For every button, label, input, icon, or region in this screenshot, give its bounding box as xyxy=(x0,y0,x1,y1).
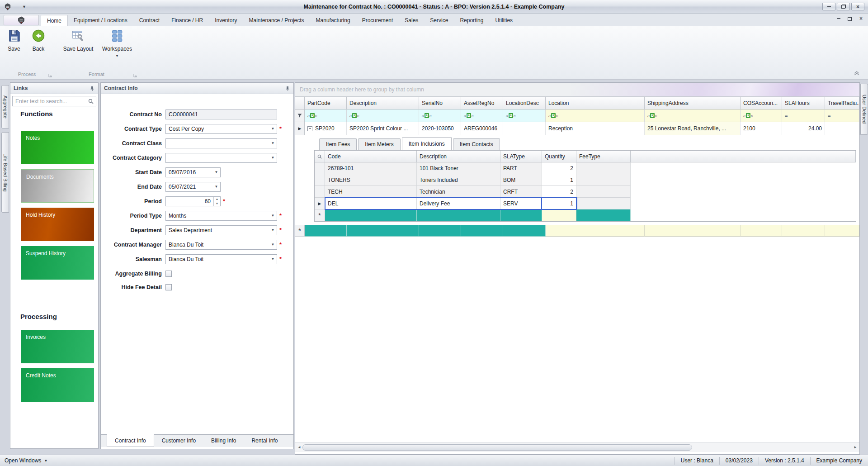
ribbon-tab-sales[interactable]: Sales xyxy=(399,15,424,26)
cell-slahours[interactable]: 24.00 xyxy=(782,122,825,135)
contract-manager-dropdown[interactable]: Bianca Du Toit▼ xyxy=(165,240,277,250)
chevron-down-icon[interactable]: ▼ xyxy=(269,124,277,133)
ribbon-tab-service[interactable]: Service xyxy=(424,15,454,26)
department-dropdown[interactable]: Sales Department▼ xyxy=(165,225,277,235)
back-button[interactable]: Back xyxy=(27,29,50,52)
dock-tab-user-defined[interactable]: User Defined xyxy=(860,84,868,135)
filter-cell-shippingaddress[interactable]: aBc xyxy=(645,109,741,122)
grid-data-row[interactable]: ▶ SP2020 SP2020 Sprint Colour ... 2020-1… xyxy=(295,122,859,135)
column-header-slatype[interactable]: SLAType xyxy=(500,151,542,162)
ribbon-tab-manufacturing[interactable]: Manufacturing xyxy=(310,15,356,26)
column-header-quantity[interactable]: Quantity xyxy=(542,151,576,162)
save-button[interactable]: Save xyxy=(4,29,24,52)
subgrid-row[interactable]: TONERS Toners Included BOM 1 xyxy=(315,174,856,186)
subgrid-append-row[interactable]: * xyxy=(315,209,856,221)
open-windows-button[interactable]: Open Windows ▼ xyxy=(5,457,47,464)
tab-item-contacts[interactable]: Item Contacts xyxy=(453,138,500,150)
quick-access-dropdown-icon[interactable]: ▼ xyxy=(22,5,26,9)
close-icon[interactable]: × xyxy=(859,16,863,21)
filter-cell-partcode[interactable]: aBc xyxy=(305,109,347,122)
column-header-travelradius[interactable]: TravelRadiu... xyxy=(825,97,859,109)
chevron-down-icon[interactable]: ▼ xyxy=(269,139,277,148)
ribbon-tab-inventory[interactable]: Inventory xyxy=(209,15,243,26)
dock-tab-life-based-billing[interactable]: Life Based Billing xyxy=(1,132,9,213)
subgrid-row[interactable]: 26789-101 101 Black Toner PART 2 xyxy=(315,162,856,174)
chevron-down-icon[interactable]: ▼ xyxy=(212,168,220,177)
contract-no-input[interactable]: CO0000041 xyxy=(165,109,277,119)
column-header-locationdesc[interactable]: LocationDesc xyxy=(503,97,546,109)
grid-append-row[interactable]: * xyxy=(295,225,859,237)
tab-item-fees[interactable]: Item Fees xyxy=(319,138,357,150)
tab-billing-info[interactable]: Billing Info xyxy=(203,435,244,447)
aggregate-billing-checkbox[interactable] xyxy=(165,271,172,277)
pin-icon[interactable] xyxy=(285,86,290,91)
cell-shippingaddress[interactable]: 25 Lonestar Road, Ranchville, ... xyxy=(645,122,741,135)
pin-icon[interactable] xyxy=(90,86,95,91)
column-header-description[interactable]: Description xyxy=(347,97,419,109)
ribbon-tab-utilities[interactable]: Utilities xyxy=(489,15,519,26)
search-input[interactable] xyxy=(13,98,96,105)
filter-cell-travelradius[interactable]: = xyxy=(825,109,859,122)
minimize-button[interactable] xyxy=(822,3,835,10)
period-stepper[interactable]: 60 ▲▼ xyxy=(165,196,221,206)
column-header-assetregno[interactable]: AssetRegNo xyxy=(461,97,503,109)
tab-item-meters[interactable]: Item Meters xyxy=(358,138,400,150)
tab-customer-info[interactable]: Customer Info xyxy=(154,435,203,447)
column-header-partcode[interactable]: PartCode xyxy=(305,97,347,109)
column-header-serialno[interactable]: SerialNo xyxy=(419,97,461,109)
chevron-down-icon[interactable]: ▼ xyxy=(269,255,277,264)
hide-fee-detail-checkbox[interactable] xyxy=(165,284,172,290)
spin-down-icon[interactable]: ▼ xyxy=(214,201,220,206)
minimize-icon[interactable] xyxy=(837,18,840,19)
quantity-cell-focused[interactable]: 1 xyxy=(542,198,576,209)
chevron-down-icon[interactable]: ▼ xyxy=(269,153,277,162)
hold-history-button[interactable]: Hold History xyxy=(21,208,94,241)
cell-cosaccount[interactable]: 2100 xyxy=(741,122,782,135)
notes-button[interactable]: Notes xyxy=(21,131,94,164)
restore-button[interactable] xyxy=(837,3,850,10)
subgrid-row-selected[interactable]: ▶ DEL Delivery Fee SERV 1 xyxy=(315,198,856,209)
cell-description[interactable]: SP2020 Sprint Colour ... xyxy=(347,122,419,135)
ribbon-tab-finance-hr[interactable]: Finance / HR xyxy=(165,15,209,26)
chevron-down-icon[interactable]: ▼ xyxy=(212,182,220,191)
chevron-down-icon[interactable]: ▼ xyxy=(269,226,277,235)
ribbon-tab-contract[interactable]: Contract xyxy=(133,15,165,26)
filter-cell-slahours[interactable]: = xyxy=(782,109,825,122)
spinner-buttons[interactable]: ▲▼ xyxy=(213,197,220,206)
subgrid-search-icon[interactable] xyxy=(315,151,325,162)
period-type-dropdown[interactable]: Months▼ xyxy=(165,211,277,221)
group-by-panel[interactable]: Drag a column header here to group by th… xyxy=(295,83,859,97)
filter-cell-location[interactable]: aBc xyxy=(546,109,645,122)
documents-button[interactable]: Documents xyxy=(21,169,94,203)
dock-tab-aggregate[interactable]: Aggregate xyxy=(1,85,9,128)
salesman-dropdown[interactable]: Bianca Du Toit▼ xyxy=(165,254,277,264)
scrollbar-thumb[interactable] xyxy=(302,444,692,451)
close-button[interactable]: × xyxy=(851,3,864,10)
tab-rental-info[interactable]: Rental Info xyxy=(244,435,285,447)
filter-cell-locationdesc[interactable]: aBc xyxy=(503,109,546,122)
scroll-left-icon[interactable]: ◄ xyxy=(297,445,301,449)
end-date-picker[interactable]: 05/07/2021▼ xyxy=(165,182,221,192)
filter-cell-cosaccount[interactable]: aBc xyxy=(741,109,782,122)
ribbon-tab-procurement[interactable]: Procurement xyxy=(356,15,399,26)
ribbon-tab-reporting[interactable]: Reporting xyxy=(454,15,489,26)
start-date-picker[interactable]: 05/07/2016▼ xyxy=(165,167,221,177)
dialog-launcher-icon[interactable] xyxy=(48,74,52,77)
column-header-cosaccount[interactable]: COSAccoun... xyxy=(741,97,782,109)
contract-class-dropdown[interactable]: ▼ xyxy=(165,138,277,148)
ribbon-tab-maintenance-projects[interactable]: Maintenance / Projects xyxy=(243,15,310,26)
column-header-code[interactable]: Code xyxy=(325,151,417,162)
cell-partcode[interactable]: SP2020 xyxy=(305,122,347,135)
tab-item-inclusions[interactable]: Item Inclusions xyxy=(402,137,452,150)
column-header-shippingaddress[interactable]: ShippingAddress xyxy=(645,97,741,109)
filter-cell-assetregno[interactable]: aBc xyxy=(461,109,503,122)
ribbon-collapse-icon[interactable] xyxy=(854,71,860,76)
restore-icon[interactable] xyxy=(848,17,852,21)
invoices-button[interactable]: Invoices xyxy=(21,330,94,363)
workspaces-button[interactable]: Workspaces ▼ xyxy=(99,29,136,58)
filter-cell-description[interactable]: aBc xyxy=(347,109,419,122)
scroll-right-icon[interactable]: ► xyxy=(854,445,857,449)
chevron-down-icon[interactable]: ▼ xyxy=(269,240,277,249)
cell-serialno[interactable]: 2020-103050 xyxy=(419,122,461,135)
column-header-slahours[interactable]: SLAHours xyxy=(782,97,825,109)
